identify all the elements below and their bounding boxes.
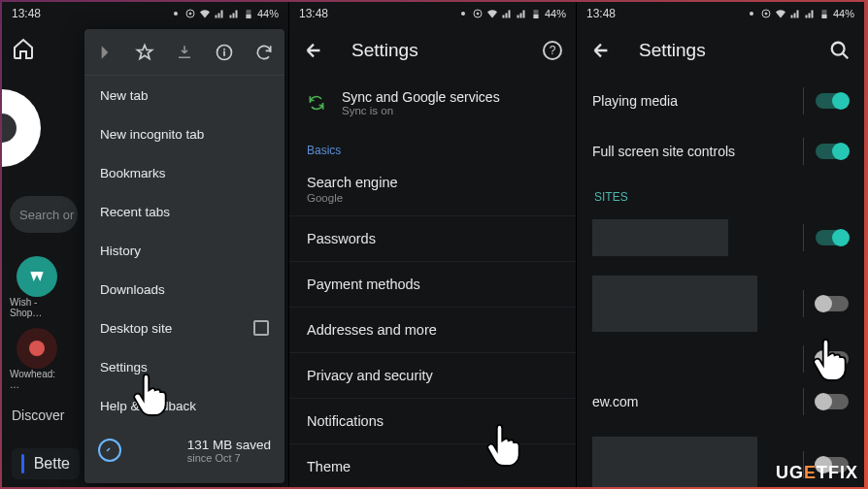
wifi-icon xyxy=(486,8,498,19)
phone-screen-site-settings: 13:48 44% Settings Playing media xyxy=(577,2,864,487)
status-bar: 13:48 44% xyxy=(289,2,576,25)
menu-history[interactable]: History xyxy=(84,231,284,270)
status-icons: 44% xyxy=(170,8,279,19)
setting-theme[interactable]: Theme xyxy=(289,443,576,487)
battery-icon xyxy=(530,8,542,19)
status-time: 13:48 xyxy=(12,7,41,20)
status-bar: 13:48 44% xyxy=(2,2,288,25)
help-icon[interactable]: ? xyxy=(543,41,562,60)
page-title: Settings xyxy=(351,40,516,61)
download-icon[interactable] xyxy=(174,42,195,63)
wifi-icon xyxy=(199,8,211,19)
data-saved-main: 131 MB saved xyxy=(187,438,271,452)
site-row[interactable] xyxy=(577,266,864,342)
menu-settings[interactable]: Settings xyxy=(84,347,284,386)
status-time: 13:48 xyxy=(586,7,616,20)
watermark: UGETFIX xyxy=(776,463,858,483)
battery-icon xyxy=(818,8,830,19)
article-icon xyxy=(21,454,24,473)
home-icon[interactable] xyxy=(12,37,35,60)
svg-point-6 xyxy=(461,12,465,16)
article-card[interactable]: Bette xyxy=(12,448,80,479)
signal-icon xyxy=(789,8,801,19)
svg-point-2 xyxy=(189,13,191,15)
toggle-playing-media[interactable] xyxy=(816,93,849,109)
star-icon[interactable] xyxy=(134,42,155,63)
signal-icon xyxy=(516,8,527,19)
svg-point-3 xyxy=(2,114,17,143)
menu-desktop-site[interactable]: Desktop site xyxy=(84,309,284,347)
settings-appbar: Settings xyxy=(577,25,864,76)
discover-header: Discover xyxy=(12,408,64,423)
svg-point-12 xyxy=(832,43,845,55)
toggle-site-ewcom[interactable] xyxy=(816,394,849,409)
battery-pct: 44% xyxy=(545,8,566,19)
sync-title: Sync and Google services xyxy=(342,89,500,105)
site-redacted xyxy=(592,219,728,256)
setting-search-engine[interactable]: Search engine Google xyxy=(289,163,576,215)
chrome-logo xyxy=(2,89,41,167)
status-time: 13:48 xyxy=(299,7,328,20)
setting-payment[interactable]: Payment methods xyxy=(289,261,576,307)
menu-downloads[interactable]: Downloads xyxy=(84,270,284,309)
svg-point-11 xyxy=(765,13,767,15)
setting-fullscreen-controls[interactable]: Full screen site controls xyxy=(577,126,864,177)
site-row-ewcom[interactable]: ew.com xyxy=(577,376,864,427)
info-icon[interactable] xyxy=(214,42,235,63)
menu-new-incognito[interactable]: New incognito tab xyxy=(84,114,284,153)
target-icon xyxy=(184,8,196,19)
back-arrow-icon[interactable] xyxy=(590,40,612,61)
divider xyxy=(803,138,804,165)
site-label: ew.com xyxy=(592,394,638,409)
status-bar: 13:48 44% xyxy=(577,2,864,25)
shortcut-wish[interactable]: Wish - Shop… xyxy=(10,256,64,318)
setting-privacy[interactable]: Privacy and security xyxy=(289,352,576,398)
toggle-site[interactable] xyxy=(816,296,849,311)
menu-recent-tabs[interactable]: Recent tabs xyxy=(84,192,284,231)
shortcut-label: Wowhead: … xyxy=(10,369,64,390)
back-arrow-icon[interactable] xyxy=(303,40,324,61)
setting-addresses[interactable]: Addresses and more xyxy=(289,307,576,352)
signal-icon xyxy=(228,8,240,19)
divider xyxy=(803,87,804,114)
signal-icon xyxy=(214,8,225,19)
omnibox[interactable]: Search or xyxy=(10,196,78,233)
site-row[interactable] xyxy=(577,342,864,376)
sync-icon xyxy=(307,93,326,113)
wifi-icon xyxy=(775,8,786,19)
toggle-fullscreen[interactable] xyxy=(816,144,849,159)
sync-row[interactable]: Sync and Google services Sync is on xyxy=(289,76,576,130)
phone-screen-chrome-menu: 13:48 44% Search or Wish - Shop… xyxy=(2,2,289,487)
status-icons: 44% xyxy=(457,8,566,19)
setting-playing-media[interactable]: Playing media xyxy=(577,76,864,126)
desktop-site-checkbox[interactable] xyxy=(253,320,269,336)
article-title: Bette xyxy=(34,455,70,473)
svg-point-0 xyxy=(174,12,178,16)
target-icon xyxy=(472,8,484,19)
site-row[interactable] xyxy=(577,210,864,266)
chrome-overflow-menu: New tab New incognito tab Bookmarks Rece… xyxy=(84,29,284,483)
gauge-icon xyxy=(98,439,121,462)
site-redacted xyxy=(592,276,757,332)
forward-icon[interactable] xyxy=(94,42,116,63)
menu-bookmarks[interactable]: Bookmarks xyxy=(84,153,284,192)
toggle-site[interactable] xyxy=(816,351,849,367)
search-icon[interactable] xyxy=(829,40,851,61)
shortcut-wowhead[interactable]: Wowhead: … xyxy=(10,328,64,390)
sites-header: SITES xyxy=(577,177,864,210)
target-icon xyxy=(760,8,772,19)
signal-icon xyxy=(501,8,513,19)
status-icons: 44% xyxy=(746,8,854,19)
menu-data-saved[interactable]: 131 MB saved since Oct 7 xyxy=(84,425,284,475)
setting-notifications[interactable]: Notifications xyxy=(289,398,576,443)
shortcut-label: Wish - Shop… xyxy=(10,297,64,318)
menu-help[interactable]: Help & feedback xyxy=(84,386,284,425)
phone-screen-settings-list: 13:48 44% Settings ? Sync and Google ser… xyxy=(289,2,577,487)
setting-passwords[interactable]: Passwords xyxy=(289,215,576,261)
sync-subtitle: Sync is on xyxy=(342,105,500,116)
menu-new-tab[interactable]: New tab xyxy=(84,76,284,114)
settings-appbar: Settings ? xyxy=(289,25,576,76)
toggle-site[interactable] xyxy=(816,230,849,245)
refresh-icon[interactable] xyxy=(253,42,275,63)
basics-header: Basics xyxy=(289,130,576,163)
